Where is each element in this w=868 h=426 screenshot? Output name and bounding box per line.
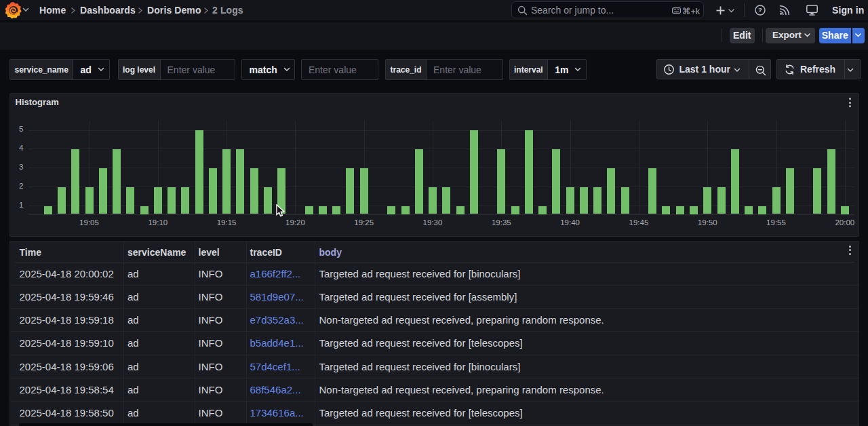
svg-text:?: ? xyxy=(758,6,762,14)
